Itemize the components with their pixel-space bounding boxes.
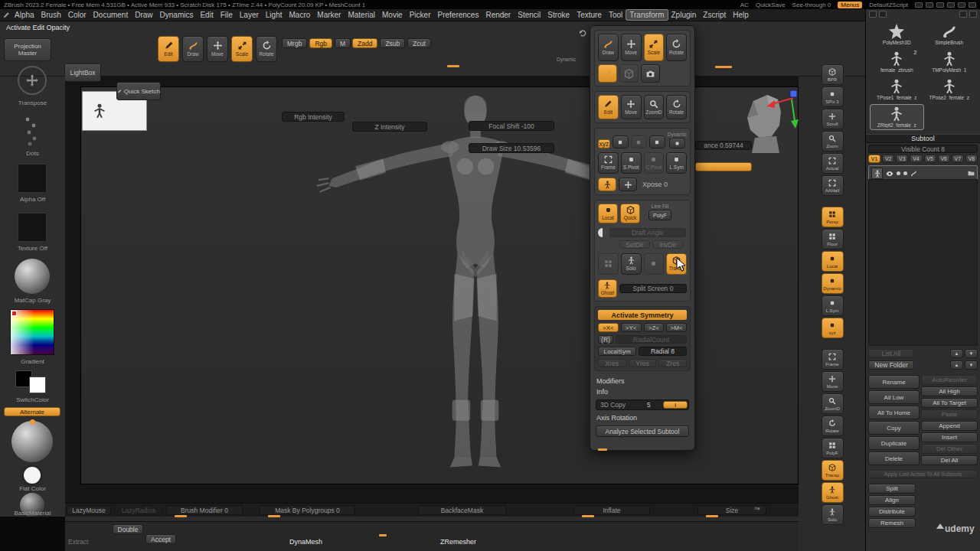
- viewport-frame-button[interactable]: Frame: [822, 349, 844, 370]
- menu-zplugin[interactable]: Zplugin: [668, 10, 700, 20]
- menu-render[interactable]: Render: [482, 10, 514, 20]
- menu-layer[interactable]: Layer: [237, 10, 262, 20]
- axis-rotation-section[interactable]: Axis Rotation: [594, 412, 691, 423]
- subtool-tab-v7[interactable]: V7: [952, 155, 964, 163]
- menu-tool[interactable]: Tool: [606, 10, 626, 20]
- viewport-move-button[interactable]: Move: [822, 371, 844, 392]
- menu-alpha[interactable]: Alpha: [11, 10, 38, 20]
- viewport-ghost-button[interactable]: Ghost: [822, 482, 844, 503]
- palette-move-button[interactable]: Move: [621, 95, 642, 119]
- window-icon[interactable]: [947, 2, 955, 8]
- radial-slider[interactable]: Radial 8: [639, 347, 687, 356]
- append-button[interactable]: Append: [921, 421, 978, 431]
- menu-document[interactable]: Document: [90, 10, 132, 20]
- menu-color[interactable]: Color: [65, 10, 90, 20]
- c-pivot-button[interactable]: C.Pivot: [644, 152, 665, 174]
- zremesher-label[interactable]: ZRemesher: [440, 538, 476, 546]
- menu-material[interactable]: Material: [345, 10, 378, 20]
- tool-tmpolymesh-1[interactable]: TMPolyMesh_1: [923, 50, 976, 74]
- color-picker[interactable]: [10, 309, 54, 355]
- viewport-dynamic-button[interactable]: Dynamic: [822, 273, 844, 294]
- del-all-button[interactable]: Del All: [921, 455, 978, 465]
- viewport-polyf-button[interactable]: PolyF: [822, 438, 844, 458]
- polypaint-icon[interactable]: [897, 171, 900, 175]
- duplicate-button[interactable]: Duplicate: [868, 436, 920, 450]
- split-button[interactable]: Split: [868, 484, 916, 494]
- window-icon[interactable]: [926, 2, 933, 8]
- activate-symmetry-header[interactable]: Activate Symmetry: [598, 310, 687, 320]
- palette-draw-button[interactable]: Draw: [598, 34, 619, 61]
- viewport-l-sym-button[interactable]: L.Sym: [822, 295, 844, 316]
- move-up-button[interactable]: ▲: [950, 349, 963, 358]
- sculpt-zcut-button[interactable]: Zcut: [407, 38, 431, 48]
- viewport-zoom-button[interactable]: Zoom: [822, 131, 844, 152]
- menu-preferences[interactable]: Preferences: [434, 10, 482, 20]
- modifier-c-button[interactable]: [649, 135, 665, 148]
- sculpt-zsub-button[interactable]: Zsub: [380, 38, 405, 48]
- projection-master-button[interactable]: Projection Master: [4, 38, 51, 61]
- menu-stroke[interactable]: Stroke: [544, 10, 573, 20]
- lightbox-button[interactable]: LightBox: [64, 64, 101, 82]
- partial-slider[interactable]: ance 0.59744: [695, 141, 752, 150]
- xres-button[interactable]: Xres: [598, 359, 626, 367]
- mode-draw-button[interactable]: Draw: [182, 36, 204, 62]
- tool-tpose2-female[interactable]: TPose2_female_z: [923, 77, 976, 102]
- menu-texture[interactable]: Texture: [573, 10, 605, 20]
- subtool-section-header[interactable]: Subtool: [866, 134, 980, 143]
- info-section[interactable]: Info: [594, 386, 691, 397]
- xpose-slider[interactable]: Xpose 0: [642, 181, 668, 188]
- sculpt-zadd-button[interactable]: Zadd: [352, 38, 377, 48]
- copy-button[interactable]: Copy: [868, 421, 920, 435]
- secondary-color-swatch[interactable]: [29, 377, 46, 393]
- yres-button[interactable]: Yres: [629, 359, 657, 367]
- palette-snapshot-camera-button[interactable]: [641, 64, 660, 83]
- rename-button[interactable]: Rename: [868, 375, 920, 389]
- window-icon[interactable]: [936, 2, 944, 8]
- brush-small-icon[interactable]: [910, 170, 917, 177]
- brush-modifier-slider[interactable]: Brush Modifier 0: [166, 505, 243, 515]
- undo-icon[interactable]: [578, 29, 586, 37]
- new-folder-button[interactable]: New Folder: [868, 360, 914, 370]
- menu-marker[interactable]: Marker: [314, 10, 344, 20]
- move-down-button[interactable]: ▼: [965, 349, 978, 358]
- paint-rgb-button[interactable]: Rgb: [309, 38, 332, 48]
- modifiers-section[interactable]: Modifiers: [594, 376, 691, 386]
- palette-rotate-button[interactable]: Rotate: [666, 34, 687, 61]
- dynamesh-label[interactable]: DynaMesh: [289, 538, 322, 546]
- remesh-button[interactable]: Remesh: [868, 518, 916, 528]
- split-screen-slider[interactable]: Split Screen 0: [619, 284, 687, 293]
- tool-tpose1-female[interactable]: TPose1_female_z: [871, 77, 923, 102]
- viewport-solo-button[interactable]: Solo: [822, 504, 844, 525]
- menu-help[interactable]: Help: [730, 10, 752, 20]
- frame-button[interactable]: Frame: [598, 152, 619, 174]
- del-other-button[interactable]: Del Other: [921, 444, 978, 454]
- viewport-aahalf-button[interactable]: AAHalf: [822, 175, 844, 196]
- paint-m-button[interactable]: M: [335, 38, 351, 48]
- rgb-intensity-slider[interactable]: Rgb Intensity: [282, 112, 345, 122]
- visible-count-slider[interactable]: Visible Count 8: [868, 145, 978, 153]
- pt-sel-button[interactable]: [644, 253, 665, 275]
- setdir-button[interactable]: SetDir: [619, 240, 650, 249]
- matcap-sphere[interactable]: [15, 259, 50, 294]
- mask-by-polygroups-slider[interactable]: Mask By Polygroups 0: [260, 505, 355, 515]
- folder-down-button[interactable]: ▼: [965, 360, 978, 370]
- inflate-slider[interactable]: Inflate: [573, 505, 650, 515]
- mode-rotate-button[interactable]: Rotate: [256, 36, 277, 62]
- apply-last-action-button[interactable]: Apply Last Action To All Subtools: [868, 470, 978, 478]
- ghost-button[interactable]: Ghost: [598, 279, 617, 298]
- slider-options-icon[interactable]: ≡▾: [754, 506, 760, 512]
- all-high-button[interactable]: All High: [921, 386, 978, 396]
- l-sym-button[interactable]: L.Sym: [666, 152, 687, 174]
- paint-mrgb-button[interactable]: Mrgb: [282, 38, 307, 48]
- palette-gyro-button[interactable]: [619, 64, 639, 83]
- palette-paint-brush-button[interactable]: [598, 64, 617, 83]
- autoreorder-button[interactable]: AutoReorder: [921, 375, 978, 385]
- insert-button[interactable]: Insert: [921, 432, 978, 442]
- local-button[interactable]: Local: [598, 204, 618, 223]
- panel-icon[interactable]: [959, 11, 967, 18]
- zres-button[interactable]: Zres: [658, 359, 687, 367]
- titlebar-quicksave[interactable]: QuickSave: [756, 2, 786, 8]
- pencil-icon[interactable]: [2, 11, 10, 19]
- palette-scale-button[interactable]: Scale: [644, 34, 665, 61]
- alpha-slot[interactable]: [18, 164, 47, 193]
